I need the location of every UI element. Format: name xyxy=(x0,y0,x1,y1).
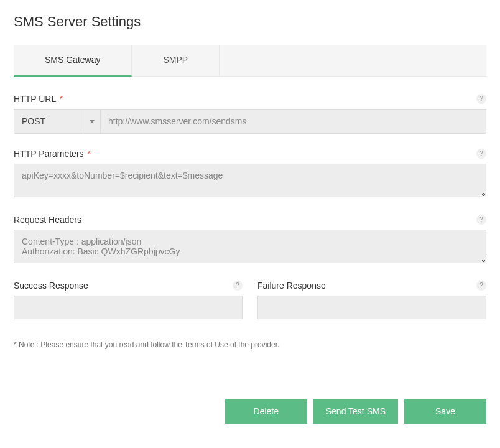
request-headers-group: Request Headers ? xyxy=(14,215,486,266)
note-prefix: * Note : xyxy=(14,340,39,349)
required-marker: * xyxy=(87,149,90,159)
failure-response-input[interactable] xyxy=(257,296,486,319)
help-icon[interactable]: ? xyxy=(476,281,486,291)
http-method-value: POST xyxy=(22,116,45,126)
page-title: SMS Server Settings xyxy=(14,14,486,30)
success-response-input[interactable] xyxy=(14,296,243,319)
failure-response-label: Failure Response xyxy=(257,281,486,291)
failure-response-group: Failure Response ? xyxy=(257,281,486,319)
http-params-group: HTTP Parameters * ? xyxy=(14,149,486,200)
help-icon[interactable]: ? xyxy=(476,149,486,159)
required-marker: * xyxy=(60,94,63,104)
http-url-input[interactable] xyxy=(101,109,486,134)
note-text: Please ensure that you read and follow t… xyxy=(39,340,279,349)
http-url-label: HTTP URL * xyxy=(14,94,486,104)
success-response-group: Success Response ? xyxy=(14,281,243,319)
request-headers-textarea[interactable] xyxy=(14,230,486,263)
http-method-select[interactable]: POST xyxy=(14,109,101,134)
tab-sms-gateway[interactable]: SMS Gateway xyxy=(14,45,132,77)
tab-smpp[interactable]: SMPP xyxy=(132,45,220,76)
help-icon[interactable]: ? xyxy=(476,94,486,104)
delete-button[interactable]: Delete xyxy=(225,399,307,424)
request-headers-label: Request Headers xyxy=(14,215,486,225)
http-params-textarea[interactable] xyxy=(14,164,486,197)
footer-actions: Delete Send Test SMS Save xyxy=(0,386,500,436)
tabs: SMS Gateway SMPP xyxy=(14,45,486,77)
help-icon[interactable]: ? xyxy=(476,215,486,225)
help-icon[interactable]: ? xyxy=(233,281,243,291)
http-params-label: HTTP Parameters * xyxy=(14,149,486,159)
save-button[interactable]: Save xyxy=(404,399,486,424)
http-url-group: HTTP URL * ? POST xyxy=(14,94,486,134)
send-test-sms-button[interactable]: Send Test SMS xyxy=(313,399,398,424)
http-url-label-text: HTTP URL xyxy=(14,94,56,104)
chevron-down-icon xyxy=(83,110,100,133)
http-params-label-text: HTTP Parameters xyxy=(14,149,84,159)
success-response-label: Success Response xyxy=(14,281,243,291)
note: * Note : Please ensure that you read and… xyxy=(14,340,486,349)
